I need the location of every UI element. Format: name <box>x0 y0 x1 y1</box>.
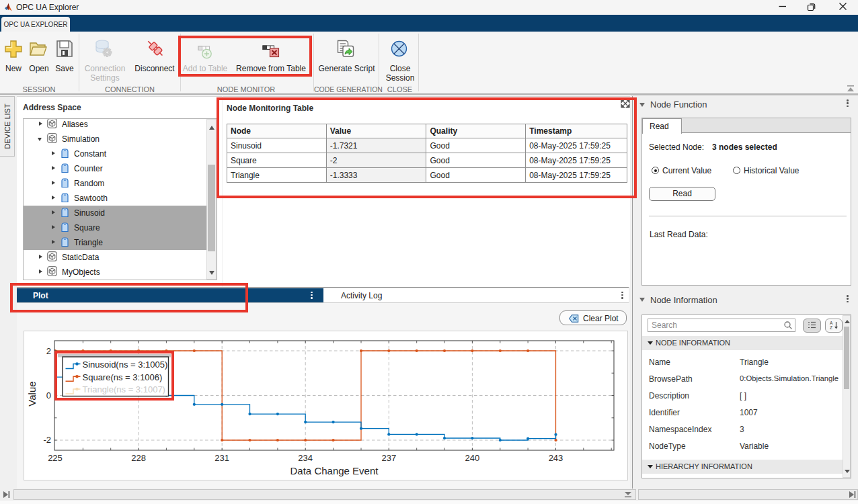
svg-text:Value: Value <box>26 381 38 406</box>
svg-text:Z: Z <box>830 325 832 330</box>
svg-text:A: A <box>830 321 833 325</box>
svg-text:237: 237 <box>381 453 396 463</box>
svg-text:231: 231 <box>214 453 229 463</box>
svg-text:225: 225 <box>48 453 63 463</box>
svg-text:-2: -2 <box>43 435 51 445</box>
svg-text:240: 240 <box>465 453 480 463</box>
svg-text:234: 234 <box>298 453 313 463</box>
svg-text:2: 2 <box>46 346 51 356</box>
svg-text:0: 0 <box>46 390 51 401</box>
svg-text:243: 243 <box>549 453 563 463</box>
svg-text:Data Change Event: Data Change Event <box>290 465 379 476</box>
svg-text:228: 228 <box>131 453 146 463</box>
